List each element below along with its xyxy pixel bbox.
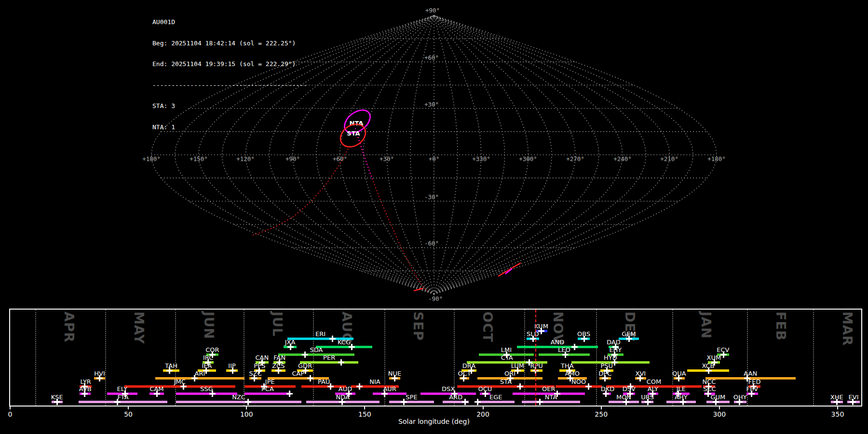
shower-bar-fta	[79, 401, 167, 403]
shower-code-pca: PCA	[261, 386, 274, 392]
x-axis-tick-label: 350	[831, 410, 844, 418]
map-longitude-label: +240°	[613, 155, 632, 163]
map-meridian	[434, 15, 481, 294]
shower-peak-marker	[736, 399, 743, 405]
map-longitude-label: +210°	[660, 155, 678, 163]
shower-peak-marker	[537, 399, 543, 405]
map-meridian	[293, 15, 434, 294]
x-axis-tick	[10, 407, 11, 409]
x-axis-tick-label: 50	[124, 410, 133, 418]
x-axis-tick	[719, 407, 720, 409]
map-longitude-label: +150°	[190, 155, 208, 163]
month-boundary-line	[175, 310, 176, 406]
shower-peak-marker	[338, 359, 344, 366]
map-longitude-label: +90°	[285, 155, 300, 163]
map-longitude-label: +120°	[236, 155, 255, 163]
shower-peak-marker	[251, 375, 258, 381]
shower-peak-marker	[645, 399, 651, 405]
shower-code-ege: EGE	[489, 394, 502, 400]
map-longitude-label: +0°	[429, 155, 440, 163]
shower-peak-marker	[538, 328, 544, 334]
shower-bar-jmc	[124, 385, 235, 388]
shower-bar-aur	[373, 393, 407, 395]
shower-peak-marker	[356, 383, 363, 390]
shower-bar-pca	[244, 393, 291, 395]
shower-code-nia: NIA	[369, 379, 380, 385]
shower-code-ard: ARD	[449, 394, 462, 400]
shower-code-sta: STA	[500, 379, 512, 385]
shower-peak-marker	[81, 391, 88, 397]
month-boundary-line	[35, 310, 36, 406]
shower-peak-marker	[482, 391, 488, 397]
map-latitude-label: +30°	[424, 101, 439, 108]
month-label: SEP	[411, 312, 426, 341]
shower-code-nzc: NZC	[232, 394, 245, 400]
x-axis-tick-label: 300	[713, 410, 726, 418]
x-axis-tick-label: 0	[8, 410, 13, 418]
shower-peak-marker	[381, 391, 388, 397]
month-boundary-line	[313, 310, 314, 406]
sky-map: +180°+150°+120°+90°+60°+30°+0°+330°+300°…	[0, 0, 868, 309]
x-axis-tick	[837, 407, 838, 409]
month-label: JUL	[270, 312, 285, 337]
end-time: End: 20251104 19:39:15 (sol = 222.29°)	[152, 61, 307, 68]
shower-peak-marker	[307, 375, 313, 381]
shower-peak-marker	[705, 367, 712, 374]
shower-bar-dsx	[420, 393, 476, 395]
shower-peak-marker	[96, 375, 103, 381]
map-longitude-label: +180°	[707, 155, 726, 163]
map-meridian	[340, 15, 434, 294]
month-label: JUN	[202, 312, 217, 339]
shower-peak-marker	[245, 399, 251, 405]
shower-peak-marker	[517, 383, 523, 390]
shower-code-noo: NOO	[571, 379, 586, 385]
month-label: MAR	[840, 312, 855, 346]
shower-peak-marker	[392, 375, 398, 381]
map-longitude-label: +300°	[519, 155, 537, 163]
shower-peak-marker	[581, 336, 587, 342]
map-latitude-label: +60°	[424, 54, 439, 61]
month-label: JAN	[699, 312, 714, 339]
x-axis-tick-label: 200	[476, 410, 489, 418]
month-boundary-line	[105, 310, 106, 406]
shower-peak-marker	[209, 391, 216, 397]
map-longitude-label: +270°	[566, 155, 584, 163]
shower-peak-marker	[191, 375, 198, 381]
current-sol-line	[535, 310, 536, 406]
shower-code-sda: SDA	[310, 347, 323, 353]
shower-bar-kcg	[316, 346, 372, 348]
shower-peak-marker	[166, 367, 173, 374]
map-meridian	[434, 15, 717, 294]
shower-code-com: COM	[647, 379, 662, 385]
map-latitude-label: +90°	[425, 7, 440, 14]
shower-peak-marker	[302, 352, 308, 358]
shower-peak-marker	[114, 399, 121, 405]
shower-peak-marker	[626, 336, 632, 342]
shower-code-oer: OER	[542, 386, 555, 392]
x-axis-tick-label: 250	[595, 410, 608, 418]
month-boundary-line	[244, 310, 244, 406]
map-longitude-label: +60°	[333, 155, 347, 163]
shower-bar-ari	[155, 377, 244, 380]
shower-peak-marker	[329, 336, 336, 342]
shower-peak-marker	[713, 399, 719, 405]
map-meridian	[434, 15, 528, 294]
shower-peak-marker	[623, 399, 629, 405]
shower-bar-and	[517, 346, 598, 348]
month-boundary-line	[524, 310, 525, 406]
month-boundary-line	[672, 310, 673, 406]
x-axis-tick	[601, 407, 602, 409]
month-label: MAY	[132, 312, 147, 344]
map-longitude-label: +30°	[380, 155, 394, 163]
begin-time: Beg: 20251104 18:42:14 (sol = 222.25°)	[152, 40, 307, 47]
nta-count: NTA: 1	[152, 124, 307, 131]
sta-count: STA: 3	[152, 103, 307, 110]
shower-bar-spe	[389, 401, 434, 403]
shower-peak-marker	[834, 399, 840, 405]
shower-peak-marker	[230, 367, 236, 374]
shower-peak-marker	[676, 375, 682, 381]
shower-bar-noo	[556, 385, 602, 388]
shower-bar-sda	[278, 353, 354, 356]
activity-timeline: APRMAYJUNJULAUGSEPOCTNOVDECJANFEBMARKUME…	[9, 309, 862, 407]
month-label: APR	[62, 312, 77, 342]
